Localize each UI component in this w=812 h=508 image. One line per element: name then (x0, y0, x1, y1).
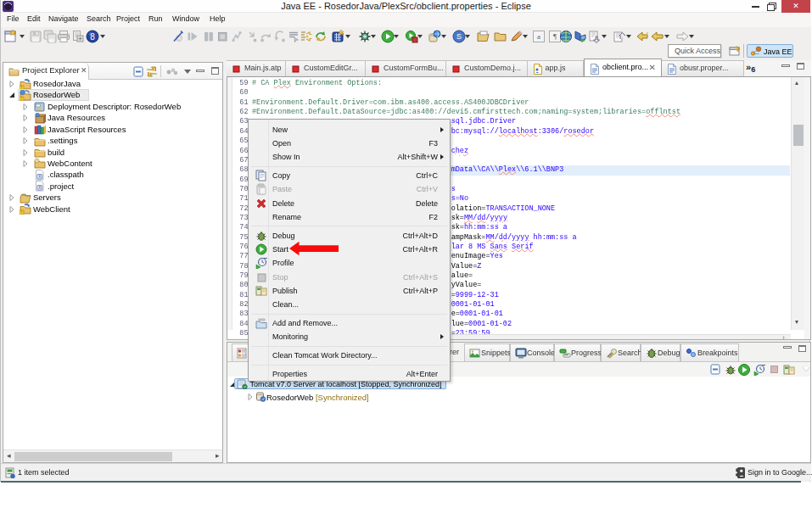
svg-text:8: 8 (90, 32, 95, 42)
svg-text:!: ! (21, 210, 22, 215)
svg-text:a: a (537, 32, 540, 41)
svg-text:S: S (456, 32, 462, 41)
svg-text:X: X (38, 174, 42, 179)
svg-text:¶: ¶ (553, 32, 557, 41)
svg-text:X: X (38, 185, 42, 190)
svg-text:!: ! (21, 97, 22, 101)
